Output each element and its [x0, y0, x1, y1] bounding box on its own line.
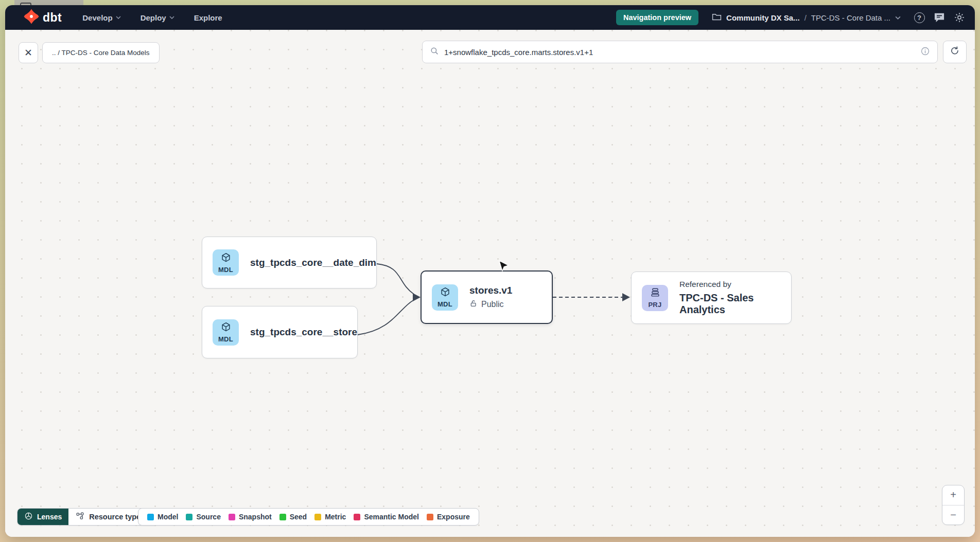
settings-gear-icon[interactable]	[953, 11, 966, 24]
dbt-logo[interactable]: dbt	[24, 9, 62, 26]
resource-legend: Model Source Snapshot Seed Metric	[138, 508, 479, 526]
node-title: stg_tpcds_core__date_dim	[250, 257, 376, 268]
close-icon: ✕	[24, 47, 32, 59]
menu-develop[interactable]: Develop	[82, 13, 120, 22]
chevron-down-icon	[116, 16, 121, 19]
info-icon[interactable]	[920, 46, 930, 58]
chevron-down-icon	[169, 16, 174, 19]
snapshot-swatch	[229, 514, 235, 520]
node-title: TPC-DS - Sales Analytics	[679, 292, 791, 316]
resource-type-icon	[76, 512, 84, 522]
navigation-preview-badge[interactable]: Navigation preview	[616, 10, 698, 25]
dbt-logo-text: dbt	[43, 11, 62, 25]
model-badge: MDL	[213, 249, 239, 276]
access-label: Public	[481, 300, 504, 309]
exposure-swatch	[427, 514, 433, 520]
dbt-logo-icon	[24, 9, 39, 26]
node-stores-v1[interactable]: MDL stores.v1 Public	[421, 270, 553, 324]
zoom-out-button[interactable]: −	[942, 505, 964, 525]
seed-swatch	[279, 514, 286, 520]
lineage-canvas[interactable]: ✕ .. / TPC-DS - Core Data Models	[5, 30, 975, 537]
legend-snapshot: Snapshot	[229, 513, 272, 521]
close-lineage-button[interactable]: ✕	[19, 42, 38, 63]
project-badge: PRJ	[642, 285, 668, 311]
semantic-model-swatch	[354, 514, 360, 520]
cube-icon	[220, 252, 232, 265]
feedback-icon[interactable]	[933, 11, 946, 24]
lineage-selector-input-wrap	[422, 41, 938, 63]
lineage-selector-input[interactable]	[444, 48, 915, 57]
legend-model: Model	[147, 513, 178, 521]
node-title: stg_tpcds_core__store	[250, 327, 357, 338]
breadcrumb-section[interactable]: TPC-DS - Core Data ...	[811, 13, 890, 22]
referenced-by-label: Referenced by	[679, 280, 791, 289]
source-swatch	[186, 514, 192, 520]
breadcrumb: Community DX Sa... / TPC-DS - Core Data …	[712, 12, 901, 23]
legend-exposure: Exposure	[427, 513, 470, 521]
refresh-icon	[950, 46, 960, 58]
breadcrumb-project[interactable]: Community DX Sa...	[726, 13, 800, 22]
desktop: dbt Develop Deploy Explore Navigation pr…	[0, 0, 980, 542]
legend-semantic-model: Semantic Model	[354, 513, 419, 521]
zoom-in-button[interactable]: +	[942, 485, 964, 505]
lenses-button[interactable]: Lenses	[18, 509, 68, 525]
node-stg-tpcds-core-store[interactable]: MDL stg_tpcds_core__store	[202, 306, 358, 358]
menu-deploy[interactable]: Deploy	[141, 13, 174, 22]
breadcrumb-separator: /	[804, 13, 807, 22]
legend-metric: Metric	[314, 513, 346, 521]
node-stg-tpcds-core-date-dim[interactable]: MDL stg_tpcds_core__date_dim	[202, 237, 377, 288]
model-swatch	[147, 514, 154, 520]
lens-controls: Lenses Resource type	[17, 508, 159, 526]
access-row: Public	[469, 299, 512, 310]
node-title: stores.v1	[469, 285, 512, 296]
search-icon	[430, 46, 439, 58]
metric-swatch	[314, 514, 321, 520]
folder-icon	[712, 12, 722, 23]
top-navbar: dbt Develop Deploy Explore Navigation pr…	[5, 5, 975, 30]
node-tpcds-sales-analytics[interactable]: PRJ Referenced by TPC-DS - Sales Analyti…	[631, 272, 792, 324]
archive-stack-icon	[650, 287, 661, 300]
cube-icon	[440, 286, 451, 300]
help-icon[interactable]: ?	[913, 11, 925, 24]
menu-explore[interactable]: Explore	[194, 13, 222, 22]
legend-seed: Seed	[279, 513, 307, 521]
unlock-icon	[469, 299, 478, 310]
model-badge: MDL	[432, 284, 458, 311]
model-badge: MDL	[213, 319, 239, 346]
lineage-path-chip[interactable]: .. / TPC-DS - Core Data Models	[42, 42, 160, 63]
lens-icon	[24, 512, 33, 522]
chevron-down-icon[interactable]	[895, 16, 901, 20]
cube-icon	[220, 321, 232, 335]
dbt-app-window: dbt Develop Deploy Explore Navigation pr…	[5, 5, 975, 537]
legend-source: Source	[186, 513, 220, 521]
refresh-lineage-button[interactable]	[943, 41, 967, 63]
zoom-controls: + −	[942, 485, 965, 525]
